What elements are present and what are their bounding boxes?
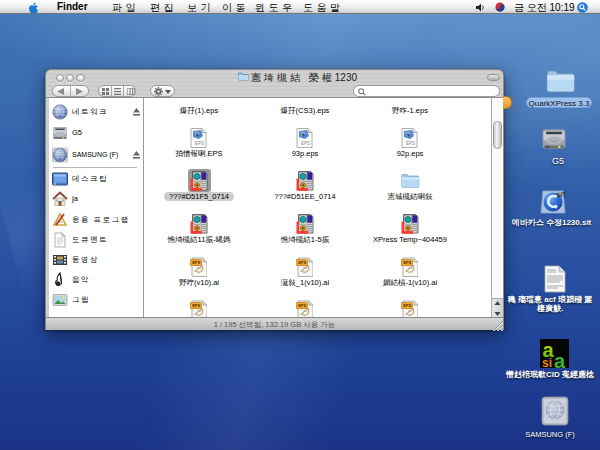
svg-text:a: a — [554, 350, 566, 370]
svg-text:si: si — [542, 356, 552, 370]
svg-text:SIT: SIT — [556, 190, 567, 198]
